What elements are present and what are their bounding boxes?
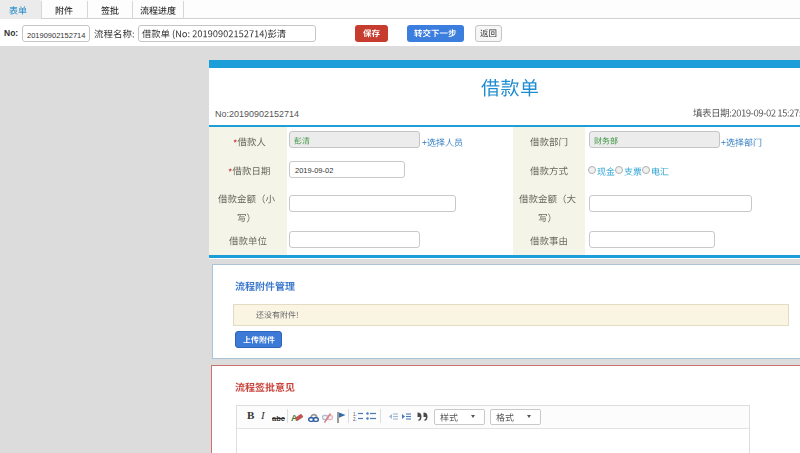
svg-text:2.: 2. — [353, 417, 357, 422]
